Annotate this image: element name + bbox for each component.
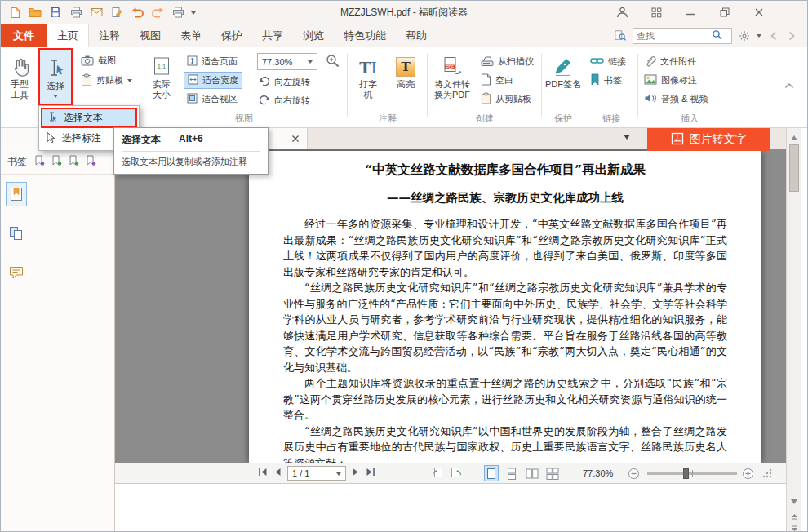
close-button[interactable] — [752, 5, 766, 20]
first-page-button[interactable] — [258, 468, 268, 479]
zoom-slider-thumb[interactable] — [683, 468, 689, 479]
ocr-button[interactable]: T 图片转文字 — [647, 128, 770, 151]
gear-caret-icon[interactable] — [757, 34, 761, 40]
tooltip-shortcut: Alt+6 — [179, 133, 203, 147]
ribbon-tab-row: 文件 主页 注释 视图 表单 保护 共享 浏览 特色功能 帮助 — [1, 24, 807, 47]
rotate-left-button[interactable]: 向左旋转 — [255, 73, 313, 91]
tab-share[interactable]: 共享 — [252, 24, 293, 47]
zoom-in-status-button[interactable] — [742, 463, 754, 483]
new-document-icon[interactable] — [7, 5, 22, 20]
t ab-home[interactable]: 主页 — [47, 24, 89, 47]
actual-size-button[interactable]: 1:1 实际大小 — [143, 48, 180, 100]
redo-icon[interactable] — [150, 5, 165, 20]
scroll-next-page-icon[interactable] — [789, 523, 800, 532]
undo-icon[interactable] — [130, 5, 144, 20]
ribbon-forward-icon[interactable] — [786, 30, 797, 42]
rotate-right-icon — [259, 95, 270, 108]
hand-tool-button[interactable]: 手型工具 — [2, 48, 37, 100]
tab-file[interactable]: 文件 — [1, 24, 47, 47]
prev-page-button[interactable] — [273, 468, 282, 479]
tab-features[interactable]: 特色功能 — [334, 24, 396, 47]
clipboard-button[interactable]: 剪贴板 — [78, 72, 135, 89]
typewriter-button[interactable]: TI 打字机 — [350, 48, 386, 100]
fit-visible-button[interactable]: 适合视区 — [184, 91, 241, 108]
edit-document-icon[interactable] — [109, 5, 124, 20]
select-cursor-icon — [45, 54, 66, 78]
scroll-prev-page-icon[interactable] — [789, 512, 800, 521]
scroll-down-icon[interactable] — [791, 499, 797, 508]
scroll-thumb[interactable] — [789, 144, 799, 192]
link-button[interactable]: 链接 — [587, 53, 629, 70]
view-mode-single-button[interactable] — [484, 465, 499, 481]
zoom-in-button[interactable] — [322, 53, 343, 70]
search-input[interactable] — [637, 31, 712, 41]
find-document-icon[interactable] — [615, 30, 626, 42]
account-icon[interactable] — [615, 5, 629, 20]
open-file-icon[interactable] — [28, 5, 42, 20]
scroll-up-icon[interactable] — [791, 132, 797, 140]
zoom-combo[interactable]: 77.30% — [257, 53, 317, 70]
tab-view[interactable]: 视图 — [130, 24, 171, 47]
bookmark-tool-icon[interactable] — [69, 155, 79, 169]
minimize-button[interactable] — [683, 5, 698, 20]
print-icon[interactable] — [69, 5, 83, 20]
convert-pdf-button[interactable]: PDF 将文件转换为PDF — [430, 48, 474, 100]
quick-access-toolbar — [1, 5, 196, 20]
from-scanner-button[interactable]: 从扫描仪 — [477, 53, 537, 70]
tab-comment[interactable]: 注释 — [89, 24, 130, 47]
apps-grid-icon[interactable] — [649, 5, 664, 20]
bookmark-tool-icon[interactable] — [34, 155, 45, 169]
select-button[interactable]: 选择 — [38, 48, 73, 105]
bookmark-tool-icon[interactable] — [51, 155, 62, 169]
page-number-box[interactable]: 1 / 1 — [287, 466, 346, 481]
document-area[interactable]: “中英文丝路文献数据库多国合作项目”再出新成果 ——丝绸之路民族、宗教历史文化库… — [115, 149, 786, 463]
audio-video-button[interactable]: 音频 & 视频 — [641, 91, 711, 108]
save-icon[interactable] — [48, 5, 63, 20]
group-label-comment: 注释 — [349, 113, 427, 125]
highlight-button[interactable]: T 高亮 — [389, 48, 422, 90]
blank-page-button[interactable]: 空白 — [477, 72, 517, 89]
view-mode-facing-button[interactable] — [525, 465, 539, 481]
fit-page-button[interactable]: 适合页面 — [184, 53, 241, 70]
prev-view-icon[interactable] — [432, 467, 444, 481]
last-page-button[interactable] — [366, 468, 375, 479]
rotate-right-button[interactable]: 向右旋转 — [255, 92, 313, 109]
quick-access-more-icon[interactable] — [191, 11, 196, 17]
restore-button[interactable] — [717, 5, 732, 20]
zoom-out-button[interactable] — [628, 463, 640, 483]
tab-list-caret-icon[interactable] — [624, 135, 630, 143]
view-mode-facing-continuous-button[interactable] — [545, 465, 560, 481]
tab-form[interactable]: 表单 — [171, 24, 211, 47]
panel-tab-bookmarks[interactable] — [6, 182, 27, 206]
email-icon[interactable] — [89, 5, 104, 20]
gear-icon[interactable] — [739, 30, 750, 42]
vertical-scrollbar[interactable] — [786, 128, 801, 532]
snapshot-button[interactable]: 截图 — [78, 52, 119, 69]
search-icon[interactable] — [712, 29, 722, 42]
image-annotation-button[interactable]: 图像标注 — [641, 72, 700, 89]
from-clipboard-button[interactable]: 从剪贴板 — [477, 91, 535, 108]
resize-grip-icon[interactable] — [762, 463, 772, 483]
panel-tab-thumbnails[interactable] — [6, 221, 27, 246]
menu-item-select-text[interactable]: 选择文本 — [41, 108, 137, 128]
view-mode-continuous-button[interactable] — [504, 465, 519, 481]
fit-width-button[interactable]: 适合宽度 — [184, 72, 242, 89]
tab-protect[interactable]: 保护 — [211, 24, 252, 47]
svg-text:T: T — [676, 134, 679, 140]
ribbon-back-icon[interactable] — [768, 30, 779, 42]
collapse-ribbon-icon[interactable] — [784, 80, 794, 91]
view-modes — [484, 463, 560, 483]
attachment-button[interactable]: 文件附件 — [641, 53, 699, 70]
bookmark-button[interactable]: 书签 — [587, 72, 625, 89]
tab-help[interactable]: 帮助 — [396, 24, 437, 47]
next-view-icon[interactable] — [450, 467, 462, 481]
tab-close-icon[interactable] — [291, 135, 300, 143]
tab-browse[interactable]: 浏览 — [293, 24, 334, 47]
panel-tab-comments[interactable] — [6, 260, 27, 285]
pdf-sign-button[interactable]: PDF签名 — [544, 48, 583, 90]
next-page-button[interactable] — [352, 468, 360, 479]
quick-print-icon[interactable] — [171, 5, 185, 20]
hand-icon — [9, 52, 30, 77]
zoom-slider[interactable] — [647, 463, 737, 483]
bookmark-tool-icon[interactable] — [86, 155, 96, 169]
